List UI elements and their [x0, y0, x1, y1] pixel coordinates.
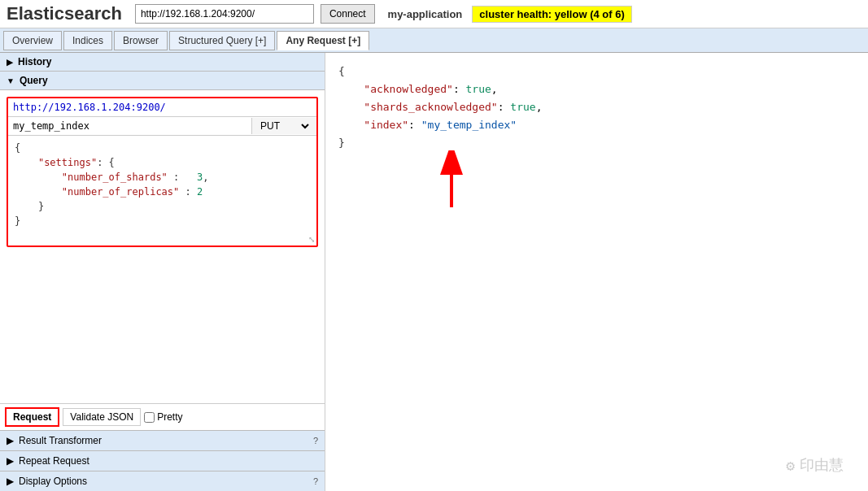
- tab-structured-query[interactable]: Structured Query [+]: [169, 31, 275, 50]
- query-row[interactable]: ▼ Query: [0, 72, 325, 90]
- display-options-item[interactable]: ▶ Display Options ?: [0, 471, 325, 491]
- repeat-request-left: ▶ Repeat Request: [7, 455, 89, 467]
- connect-button[interactable]: Connect: [321, 4, 375, 24]
- app-title: Elasticsearch: [7, 3, 122, 24]
- bottom-tabs: Request Validate JSON Pretty ▶ Result Tr…: [0, 403, 325, 491]
- red-arrow-svg: [431, 150, 472, 215]
- result-transformer-arrow: ▶: [7, 435, 14, 446]
- pretty-checkbox-label[interactable]: Pretty: [144, 411, 182, 423]
- left-spacer: [0, 254, 325, 403]
- resize-handle[interactable]: ⤡: [8, 233, 316, 246]
- tab-any-request[interactable]: Any Request [+]: [277, 31, 369, 50]
- header: Elasticsearch Connect my-application clu…: [0, 0, 868, 28]
- cluster-name: my-application: [388, 8, 463, 20]
- watermark: ⚙ 印由慧: [786, 455, 844, 475]
- repeat-request-label: Repeat Request: [19, 455, 89, 467]
- display-options-help-icon[interactable]: ?: [313, 476, 318, 486]
- arrow-annotation: [431, 150, 472, 218]
- nav-tabs: Overview Indices Browser Structured Quer…: [0, 28, 868, 53]
- query-method-selector[interactable]: PUT GET POST DELETE HEAD: [251, 118, 316, 134]
- repeat-request-arrow: ▶: [7, 455, 14, 467]
- query-arrow-icon: ▼: [7, 76, 15, 85]
- main-layout: ▶ History ▼ Query http://192.168.1.204:9…: [0, 53, 868, 491]
- response-close-brace: }: [338, 134, 855, 152]
- tab-overview[interactable]: Overview: [3, 31, 62, 50]
- response-line-index: "index": "my_temp_index": [338, 116, 855, 134]
- bottom-tab-row: Request Validate JSON Pretty: [0, 404, 325, 430]
- tab-browser[interactable]: Browser: [114, 31, 168, 50]
- response-open-brace: {: [338, 63, 855, 80]
- response-line-shards: "shards_acknowledged": true,: [338, 98, 855, 116]
- query-url-display[interactable]: http://192.168.1.204:9200/: [8, 98, 316, 117]
- query-index-input[interactable]: [8, 117, 251, 135]
- pretty-label: Pretty: [157, 411, 182, 423]
- display-options-left: ▶ Display Options: [7, 476, 87, 487]
- watermark-icon: ⚙: [786, 457, 795, 474]
- method-select[interactable]: PUT GET POST DELETE HEAD: [257, 119, 312, 133]
- val-shards-acknowledged: true: [510, 101, 535, 113]
- cluster-health-badge: cluster health: yellow (4 of 6): [472, 6, 631, 23]
- query-label: Query: [20, 75, 48, 86]
- query-body[interactable]: { "settings": { "number_of_shards" : 3, …: [8, 136, 316, 233]
- repeat-request-item[interactable]: ▶ Repeat Request: [0, 450, 325, 471]
- val-index: "my_temp_index": [421, 119, 517, 131]
- history-label: History: [18, 56, 51, 67]
- history-row[interactable]: ▶ History: [0, 53, 325, 72]
- val-acknowledged: true: [466, 83, 491, 95]
- validate-json-tab[interactable]: Validate JSON: [63, 408, 141, 426]
- key-index: "index": [364, 119, 408, 131]
- history-arrow-icon: ▶: [7, 58, 13, 67]
- result-transformer-label: Result Transformer: [19, 435, 102, 446]
- response-line-acknowledged: "acknowledged": true,: [338, 80, 855, 98]
- pretty-checkbox[interactable]: [144, 412, 155, 423]
- tab-indices[interactable]: Indices: [63, 31, 112, 50]
- display-options-arrow: ▶: [7, 476, 14, 487]
- key-acknowledged: "acknowledged": [364, 83, 453, 95]
- right-panel: { "acknowledged": true, "shards_acknowle…: [325, 53, 868, 491]
- display-options-label: Display Options: [19, 476, 87, 487]
- query-panel: http://192.168.1.204:9200/ PUT GET POST …: [7, 97, 318, 247]
- url-input[interactable]: [135, 4, 314, 24]
- key-shards-acknowledged: "shards_acknowledged": [364, 101, 497, 113]
- left-panel: ▶ History ▼ Query http://192.168.1.204:9…: [0, 53, 325, 491]
- watermark-text: 印由慧: [800, 455, 844, 475]
- result-transformer-left: ▶ Result Transformer: [7, 435, 102, 446]
- query-method-row: PUT GET POST DELETE HEAD: [8, 117, 316, 136]
- result-transformer-help-icon[interactable]: ?: [313, 436, 318, 445]
- result-transformer-item[interactable]: ▶ Result Transformer ?: [0, 430, 325, 450]
- request-tab[interactable]: Request: [5, 407, 59, 427]
